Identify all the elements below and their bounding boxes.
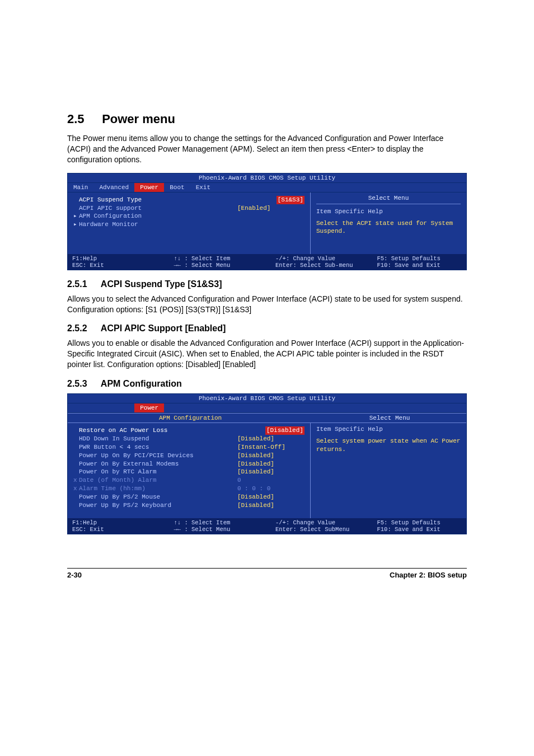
bios2-label: PWR Button < 4 secs xyxy=(79,443,237,452)
section-number: 2.5 xyxy=(67,112,99,126)
bios2-row[interactable]: HDD Down In Suspend[Disabled] xyxy=(73,435,305,443)
bios2-row[interactable]: Power On by RTC Alarm[Disabled] xyxy=(73,468,305,476)
bios2-footer-c3: -/+: Change Value Enter: Select SubMenu xyxy=(275,519,360,533)
bios1-left: ACPI Suspend Type [S1&S3] ACPI APIC supp… xyxy=(68,192,310,254)
spacer xyxy=(73,460,79,468)
sub2-heading: 2.5.2 ACPI APIC Support [Enabled] xyxy=(67,323,467,334)
bios2-label: Power Up On By PCI/PCIE Devices xyxy=(79,452,237,460)
sub1-p2: Configuration options: [S1 (POS)] [S3(ST… xyxy=(67,305,251,314)
bios2-row[interactable]: Power Up By PS/2 Keyboard[Disabled] xyxy=(73,501,305,510)
bios1-val-1: [Enabled] xyxy=(237,204,305,213)
sub2-number: 2.5.2 xyxy=(67,323,99,334)
section-intro: The Power menu items allow you to change… xyxy=(67,133,467,165)
bios2-value: 0 : 0 : 0 xyxy=(237,485,305,493)
select-submenu: Enter: Select SubMenu xyxy=(275,526,360,533)
setup-defaults: F5: Setup Defaults xyxy=(377,255,462,262)
x-icon: x xyxy=(73,476,79,485)
select-submenu: Enter: Select Sub-menu xyxy=(275,262,360,269)
bios1-right-title: Select Menu xyxy=(316,195,461,204)
bios1-footer-c4: F5: Setup Defaults F10: Save and Exit xyxy=(377,255,462,269)
spacer xyxy=(73,452,79,460)
bios-power-menu: Phoenix-Award BIOS CMOS Setup Utility Ma… xyxy=(67,173,467,270)
bios1-row-acpi-suspend[interactable]: ACPI Suspend Type [S1&S3] xyxy=(73,196,305,204)
bios1-help-head: Item Specific Help xyxy=(316,208,461,216)
bios2-value: [Disabled] xyxy=(237,435,305,443)
bios2-footer: F1:Help ESC: Exit ↑↓ : Select Item →← : … xyxy=(68,518,466,534)
sub3-heading: 2.5.3 APM Configuration xyxy=(67,379,467,389)
page-footer: 2-30 Chapter 2: BIOS setup xyxy=(67,568,467,579)
change-value: -/+: Change Value xyxy=(275,519,360,526)
select-item: ↑↓ : Select Item xyxy=(174,255,259,262)
select-menu: →← : Select Menu xyxy=(174,262,259,269)
bios1-tab-power[interactable]: Power xyxy=(134,183,164,192)
bios1-row-acpi-apic[interactable]: ACPI APIC support [Enabled] xyxy=(73,204,305,213)
bios1-row-hwmon[interactable]: ▸ Hardware Monitor xyxy=(73,220,305,229)
bios2-row: xAlarm Time (hh:mm)0 : 0 : 0 xyxy=(73,485,305,493)
bios1-tab-exit[interactable]: Exit xyxy=(190,183,216,192)
section-title: Power menu xyxy=(102,112,175,126)
spacer xyxy=(73,493,79,501)
bios2-subheader-row: APM Configuration Select Menu xyxy=(68,413,466,423)
bios2-footer-c4: F5: Setup Defaults F10: Save and Exit xyxy=(377,519,462,533)
bios2-label: Power On By External Modems xyxy=(79,460,237,468)
bios2-row[interactable]: Power Up On By PCI/PCIE Devices[Disabled… xyxy=(73,452,305,460)
sub1-title: ACPI Suspend Type [S1&S3] xyxy=(101,279,222,289)
bios2-footer-c1: F1:Help ESC: Exit xyxy=(72,519,157,533)
bios1-body: ACPI Suspend Type [S1&S3] ACPI APIC supp… xyxy=(68,192,466,254)
select-menu: →← : Select Menu xyxy=(174,526,259,533)
select-item: ↑↓ : Select Item xyxy=(174,519,259,526)
esc-exit: ESC: Exit xyxy=(72,526,157,533)
bios-apm-config: Phoenix-Award BIOS CMOS Setup Utility Ma… xyxy=(67,393,467,534)
save-exit: F10: Save and Exit xyxy=(377,526,462,533)
bios1-footer-c3: -/+: Change Value Enter: Select Sub-menu xyxy=(275,255,360,269)
bios2-row[interactable]: Power On By External Modems[Disabled] xyxy=(73,460,305,468)
bios2-help-head: Item Specific Help xyxy=(316,425,461,434)
bios2-label: Restore on AC Power Loss xyxy=(79,426,265,435)
triangle-icon: ▸ xyxy=(73,212,79,220)
sub1-body: Allows you to select the Advanced Config… xyxy=(67,294,467,315)
spacer xyxy=(73,468,79,476)
bios2-label: Power On by RTC Alarm xyxy=(79,468,237,476)
bios1-tab-boot[interactable]: Boot xyxy=(164,183,190,192)
spacer xyxy=(73,501,79,510)
bios2-value: [Disabled] xyxy=(237,460,305,468)
change-value: -/+: Change Value xyxy=(275,255,360,262)
bios2-value: [Disabled] xyxy=(237,501,305,510)
esc-exit: ESC: Exit xyxy=(72,262,157,269)
spacer xyxy=(73,204,79,213)
bios1-row-apm-config[interactable]: ▸ APM Configuration xyxy=(73,212,305,220)
triangle-icon: ▸ xyxy=(73,220,79,229)
section-heading: 2.5 Power menu xyxy=(67,112,467,126)
bios2-row[interactable]: Restore on AC Power Loss[Disabled] xyxy=(73,426,305,435)
bios2-tab-power[interactable]: Power xyxy=(134,403,164,412)
bios1-val-3 xyxy=(237,220,305,229)
bios2-row[interactable]: Power Up By PS/2 Mouse[Disabled] xyxy=(73,493,305,501)
bios1-tab-main[interactable]: Main xyxy=(68,183,93,192)
x-icon: x xyxy=(73,485,79,493)
bios2-body: Restore on AC Power Loss[Disabled]HDD Do… xyxy=(68,423,466,518)
setup-defaults: F5: Setup Defaults xyxy=(377,519,462,526)
bios1-tab-advanced[interactable]: Advanced xyxy=(93,183,134,192)
bios1-menubar: Main Advanced Power Boot Exit xyxy=(68,182,466,192)
spacer xyxy=(73,426,79,435)
bios1-label-2: APM Configuration xyxy=(79,212,237,220)
bios1-footer: F1:Help ESC: Exit ↑↓ : Select Item →← : … xyxy=(68,254,466,270)
bios2-label: Power Up By PS/2 Mouse xyxy=(79,493,237,501)
sub1-p1: Allows you to select the Advanced Config… xyxy=(67,294,463,303)
sub3-number: 2.5.3 xyxy=(67,379,99,389)
chapter-title: Chapter 2: BIOS setup xyxy=(390,571,467,579)
f1-help: F1:Help xyxy=(72,519,157,526)
bios2-value: [Disabled] xyxy=(265,426,305,435)
bios1-label-1: ACPI APIC support xyxy=(79,204,237,213)
save-exit: F10: Save and Exit xyxy=(377,262,462,269)
bios1-label-0: ACPI Suspend Type xyxy=(79,196,277,204)
spacer xyxy=(73,196,79,204)
bios1-val-2 xyxy=(237,212,305,220)
bios2-subheader: APM Configuration xyxy=(68,413,313,423)
bios2-row[interactable]: PWR Button < 4 secs[Instant-Off] xyxy=(73,443,305,452)
sub2-body: Allows you to enable or disable the Adva… xyxy=(67,338,467,370)
bios2-label: HDD Down In Suspend xyxy=(79,435,237,443)
bios2-right: Item Specific Help Select system power s… xyxy=(310,423,466,518)
page-number: 2-30 xyxy=(67,571,82,579)
bios2-value: [Disabled] xyxy=(237,493,305,501)
